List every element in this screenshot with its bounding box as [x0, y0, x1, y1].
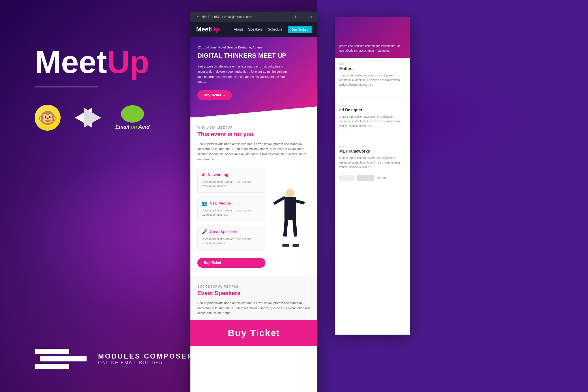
second-title-1: Matters: [339, 66, 405, 71]
sponsor-logos: SILVER: [339, 175, 405, 181]
second-hero: ptaem accusantium doloremque laudantium.…: [335, 17, 410, 58]
why-buy-ticket-button[interactable]: Buy Ticket →: [197, 258, 265, 268]
second-speaker-name: Casano: [339, 104, 405, 107]
feature-networking: ⊕ Networking Ut enim ad minim veniam, qu…: [197, 168, 265, 193]
sponsor-2: [357, 175, 374, 181]
hero-desc: Sed ut perspiciatis unde omnis iste natu…: [197, 64, 290, 84]
partner-logos: 🐵 Email on Acid: [35, 105, 149, 131]
figure-arm-left: [273, 196, 286, 205]
new-people-icon: 👥: [202, 200, 207, 206]
svg-point-4: [126, 108, 128, 111]
svg-point-2: [126, 116, 129, 119]
great-speakers-icon: 🎤: [202, 229, 207, 235]
feature-newpeople-header: 👥 New People: [202, 200, 261, 206]
speakers-title: Event Speakers: [197, 290, 310, 297]
nav-links: About Speakers Schedule Buy Ticket: [234, 26, 312, 33]
email-nav: MeetUp About Speakers Schedule Buy Ticke…: [190, 22, 317, 37]
topbar-social: f t ◻: [293, 14, 313, 19]
second-title-3: ML Frameworks: [339, 149, 405, 153]
feature-new-people: 👥 New People Ut enim ad minim veniam, qu…: [197, 196, 265, 221]
svg-point-3: [137, 116, 139, 118]
second-hunt-3: hunt: [339, 145, 405, 148]
eoa-splash: [121, 105, 144, 123]
nav-schedule[interactable]: Schedule: [268, 27, 282, 31]
cm-right-triangle: [84, 108, 101, 128]
feature-networking-header: ⊕ Networking: [202, 172, 261, 177]
great-speakers-title: Great Speakers: [210, 230, 237, 234]
second-content: hunt Matters s unde omnis iste natus err…: [335, 58, 410, 186]
hero-section: 12 to 14 June, Hotel Grande Bretagne, At…: [190, 37, 317, 117]
facebook-icon[interactable]: f: [293, 14, 298, 19]
networking-desc: Ut enim ad minim veniam, quis nostrud ex…: [202, 180, 261, 188]
speakers-desc: Sed ut perspiciatis unde omnis iste natu…: [197, 301, 310, 316]
second-section-1: hunt Matters s unde omnis iste natus err…: [339, 62, 405, 98]
figure-body: [284, 197, 296, 220]
nav-about[interactable]: About: [234, 27, 243, 31]
silver-badge: SILVER: [377, 177, 386, 180]
networking-title: Networking: [208, 172, 228, 177]
features-grid: ⊕ Networking Ut enim ad minim veniam, qu…: [197, 168, 310, 268]
modules-text: MODULES COMPOSER ONLINE EMAIL BUILDER: [98, 352, 194, 365]
great-speakers-desc: Ut enim ad minim veniam, quis nostrud ex…: [202, 237, 261, 245]
modules-title: MODULES COMPOSER: [98, 352, 194, 360]
figure-leg-left: [283, 219, 288, 237]
why-title: This event is for you: [197, 131, 310, 138]
module-bar-3: [35, 364, 69, 369]
monkey-emoji: 🐵: [38, 108, 58, 127]
why-label: WHY JOIN meetup: [197, 126, 310, 129]
second-hunt-1: hunt: [339, 62, 405, 65]
bottom-section: MODULES COMPOSER ONLINE EMAIL BUILDER: [35, 349, 194, 369]
second-text-3: s unde omnis iste natus error sit volupt…: [339, 156, 405, 170]
nav-buy-ticket-button[interactable]: Buy Ticket: [288, 26, 312, 33]
figure-shoe-right: [293, 244, 299, 247]
mailchimp-logo: 🐵: [35, 105, 61, 131]
module-bar-2: [40, 356, 87, 361]
why-desc: Sed ut perspiciatis unde omnis iste natu…: [197, 142, 310, 162]
hero-date: 12 to 14 June, Hotel Grande Bretagne, At…: [197, 46, 310, 49]
modules-icon: [35, 349, 87, 369]
figure-leg-right: [292, 219, 297, 237]
brand-meet: Meet: [35, 44, 107, 80]
feature-great-speakers: 🎤 Great Speakers Ut enim ad minim veniam…: [197, 225, 265, 250]
figure-head: [286, 189, 295, 198]
hero-buy-ticket-button[interactable]: Buy Ticket →: [197, 90, 232, 100]
hero-diagonal: [190, 104, 317, 118]
second-speaker-role: ad Designer: [339, 108, 405, 112]
topbar-contact: +44-654-321-9870 / email@meetup.com: [195, 15, 252, 18]
new-people-desc: Ut enim ad minim veniam, quis nostrud ex…: [202, 208, 261, 217]
divider: [35, 87, 98, 87]
eoa-splash-svg: [124, 107, 141, 121]
features-right: [270, 168, 310, 268]
eoa-text: Email on Acid: [115, 124, 149, 130]
buy-ticket-large-text: Buy Ticket: [228, 328, 280, 338]
networking-icon: ⊕: [202, 172, 205, 177]
email-topbar: +44-654-321-9870 / email@meetup.com f t …: [190, 12, 317, 22]
twitter-icon[interactable]: t: [301, 14, 305, 19]
second-hero-text: ptaem accusantium doloremque laudantium.…: [339, 44, 405, 53]
campaign-monitor-logo: [75, 108, 101, 128]
why-section: WHY JOIN meetup This event is for you Se…: [190, 117, 317, 276]
speaker-figure: [273, 189, 308, 247]
second-section-2: Casano ad Designer s unde omnis iste nat…: [339, 104, 405, 139]
second-text-1: s unde omnis iste natus error sit volupt…: [339, 73, 405, 87]
features-left: ⊕ Networking Ut enim ad minim veniam, qu…: [197, 168, 265, 268]
nav-speakers[interactable]: Speakers: [248, 27, 263, 31]
second-text-2: s unde omnis iste natus error sit volupt…: [339, 115, 405, 128]
hero-title: DIGITAL THINKERS MEET UP: [197, 52, 310, 59]
brand-up: Up: [107, 44, 149, 80]
feature-speakers-header: 🎤 Great Speakers: [202, 229, 261, 235]
nav-brand-up: Up: [211, 26, 219, 33]
modules-subtitle: ONLINE EMAIL BUILDER: [98, 360, 194, 365]
nav-brand: MeetUp: [196, 26, 219, 33]
speakers-label: SUCCESSFUL PEOPLE: [197, 285, 310, 288]
second-window: ptaem accusantium doloremque laudantium.…: [335, 17, 410, 335]
sponsor-1: [339, 175, 354, 181]
buy-ticket-overlay[interactable]: Buy Ticket: [190, 320, 317, 346]
figure-shoe-left: [282, 244, 289, 247]
email-on-acid-logo: Email on Acid: [115, 105, 149, 130]
brand-logo: MeetUp: [35, 46, 149, 78]
svg-point-1: [135, 107, 138, 111]
instagram-icon[interactable]: ◻: [308, 14, 313, 19]
nav-brand-meet: Meet: [196, 26, 211, 33]
new-people-title: New People: [210, 201, 231, 205]
